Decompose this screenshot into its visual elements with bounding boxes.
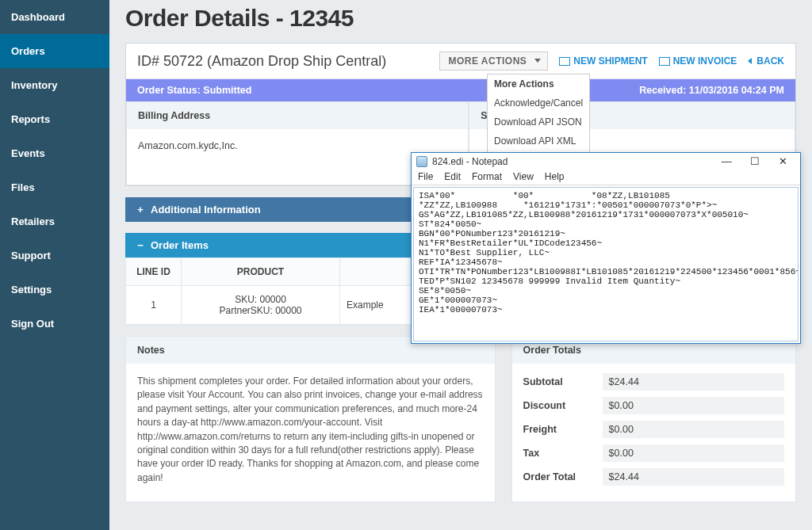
shipment-icon bbox=[559, 57, 570, 66]
close-button[interactable]: ✕ bbox=[770, 155, 795, 167]
col-product: PRODUCT bbox=[182, 258, 340, 286]
total-row-subtotal: Subtotal $24.44 bbox=[523, 373, 784, 391]
tax-label: Tax bbox=[523, 448, 603, 459]
total-row-discount: Discount $0.00 bbox=[523, 397, 784, 414]
status-bar: Order Status: Submitted Received: 11/03/… bbox=[126, 79, 795, 101]
col-line-id: LINE ID bbox=[126, 258, 182, 286]
order-total-label: Order Total bbox=[523, 471, 603, 482]
discount-label: Discount bbox=[523, 400, 603, 411]
subtotal-label: Subtotal bbox=[523, 376, 603, 387]
sidebar-item-settings[interactable]: Settings bbox=[0, 273, 109, 307]
menu-edit[interactable]: Edit bbox=[444, 171, 461, 182]
order-total-value: $24.44 bbox=[603, 468, 784, 486]
cell-product: SKU: 00000 PartnerSKU: 00000 bbox=[182, 286, 340, 325]
dropdown-item-api-json[interactable]: Download API JSON bbox=[488, 112, 589, 132]
minus-icon: − bbox=[136, 239, 144, 251]
sidebar-item-dashboard[interactable]: Dashboard bbox=[0, 0, 109, 34]
order-header: ID# 50722 (Amazon Drop Ship Central) MOR… bbox=[126, 44, 795, 79]
chevron-down-icon bbox=[534, 59, 541, 63]
order-items-label: Order Items bbox=[151, 239, 209, 251]
notepad-title: 824.edi - Notepad bbox=[432, 156, 508, 167]
new-invoice-button[interactable]: NEW INVOICE bbox=[659, 55, 737, 67]
notepad-window[interactable]: 824.edi - Notepad — ☐ ✕ File Edit Format… bbox=[411, 152, 801, 344]
sidebar-item-orders[interactable]: Orders bbox=[0, 34, 109, 68]
page-title: Order Details - 12345 bbox=[125, 5, 796, 32]
chevron-left-icon bbox=[748, 58, 752, 64]
sidebar-item-inventory[interactable]: Inventory bbox=[0, 68, 109, 102]
total-row-order-total: Order Total $24.44 bbox=[523, 468, 784, 486]
dropdown-item-api-xml[interactable]: Download API XML bbox=[488, 132, 589, 151]
sidebar-item-retailers[interactable]: Retailers bbox=[0, 204, 109, 238]
additional-info-label: Additional Information bbox=[151, 204, 261, 215]
sidebar-item-signout[interactable]: Sign Out bbox=[0, 307, 109, 341]
order-status-label: Order Status: Submitted bbox=[137, 85, 251, 96]
menu-view[interactable]: View bbox=[513, 171, 534, 182]
new-shipment-button[interactable]: NEW SHIPMENT bbox=[559, 55, 647, 67]
sidebar-item-files[interactable]: Files bbox=[0, 170, 109, 204]
more-actions-dropdown[interactable]: MORE ACTIONS bbox=[439, 51, 548, 71]
back-button[interactable]: BACK bbox=[748, 55, 784, 67]
new-invoice-label: NEW INVOICE bbox=[673, 55, 737, 67]
minimize-button[interactable]: — bbox=[714, 155, 739, 167]
totals-body: Subtotal $24.44 Discount $0.00 Freight $… bbox=[512, 364, 795, 501]
menu-file[interactable]: File bbox=[418, 171, 433, 182]
order-id-label: ID# 50722 (Amazon Drop Ship Central) bbox=[137, 53, 386, 70]
invoice-icon bbox=[659, 57, 670, 66]
sidebar-item-support[interactable]: Support bbox=[0, 238, 109, 273]
product-partnersku: PartnerSKU: 00000 bbox=[188, 305, 333, 316]
notepad-text-area[interactable]: ISA*00* *00* *08*ZZ,LB101085 *ZZ*ZZ,LB10… bbox=[413, 187, 799, 341]
dropdown-item-acknowledge[interactable]: Acknowledge/Cancel bbox=[488, 93, 589, 112]
discount-value: $0.00 bbox=[603, 397, 784, 414]
back-label: BACK bbox=[756, 55, 784, 67]
sidebar-item-events[interactable]: Events bbox=[0, 136, 109, 170]
notes-panel: Notes This shipment completes your order… bbox=[125, 336, 496, 502]
billing-address-heading: Billing Address bbox=[127, 102, 468, 129]
cell-line-id: 1 bbox=[126, 286, 182, 325]
product-sku: SKU: 00000 bbox=[188, 294, 333, 305]
new-shipment-label: NEW SHIPMENT bbox=[573, 55, 647, 67]
menu-help[interactable]: Help bbox=[545, 171, 565, 182]
totals-panel: Order Totals Subtotal $24.44 Discount $0… bbox=[511, 336, 796, 502]
sidebar: Dashboard Orders Inventory Reports Event… bbox=[0, 0, 109, 530]
order-received-label: Received: 11/03/2016 04:24 PM bbox=[639, 85, 784, 96]
dropdown-header: More Actions bbox=[488, 74, 589, 93]
notepad-menubar: File Edit Format View Help bbox=[412, 170, 800, 185]
plus-icon: + bbox=[136, 204, 144, 215]
notepad-icon bbox=[416, 156, 427, 167]
notes-body: This shipment completes your order. For … bbox=[126, 364, 495, 496]
subtotal-value: $24.44 bbox=[603, 373, 784, 391]
total-row-tax: Tax $0.00 bbox=[523, 444, 784, 462]
notepad-titlebar[interactable]: 824.edi - Notepad — ☐ ✕ bbox=[412, 153, 800, 170]
maximize-button[interactable]: ☐ bbox=[742, 155, 768, 167]
tax-value: $0.00 bbox=[603, 444, 784, 462]
menu-format[interactable]: Format bbox=[472, 171, 502, 182]
freight-label: Freight bbox=[523, 424, 603, 435]
more-actions-label: MORE ACTIONS bbox=[448, 55, 527, 67]
total-row-freight: Freight $0.00 bbox=[523, 421, 784, 438]
freight-value: $0.00 bbox=[603, 421, 784, 438]
sidebar-item-reports[interactable]: Reports bbox=[0, 102, 109, 136]
